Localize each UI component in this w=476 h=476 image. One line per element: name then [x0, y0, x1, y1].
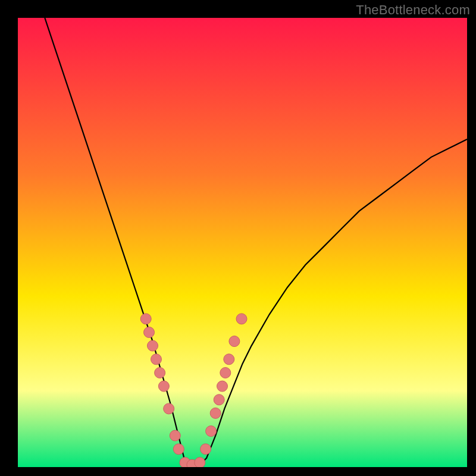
marker-dot: [224, 354, 234, 365]
marker-dot: [170, 430, 180, 441]
watermark-text: TheBottleneck.com: [356, 2, 470, 18]
marker-dot: [140, 314, 151, 324]
plot-area: [18, 18, 467, 467]
marker-dot: [201, 444, 211, 455]
marker-dot: [236, 314, 247, 324]
marker-dot: [155, 368, 165, 378]
marker-dot: [195, 458, 205, 468]
marker-dot: [164, 403, 174, 414]
marker-dot: [217, 381, 228, 392]
marker-dot: [206, 426, 217, 437]
marker-dot: [173, 444, 184, 455]
marker-dot: [151, 354, 162, 365]
gradient-background: [18, 18, 467, 467]
marker-dot: [158, 381, 169, 392]
marker-dot: [220, 368, 231, 378]
marker-dot: [148, 340, 158, 351]
chart-frame: TheBottleneck.com: [0, 0, 476, 476]
marker-dot: [210, 408, 221, 418]
marker-dot: [214, 394, 224, 405]
chart-svg: [18, 18, 467, 467]
marker-dot: [144, 327, 155, 338]
marker-dot: [229, 336, 240, 347]
